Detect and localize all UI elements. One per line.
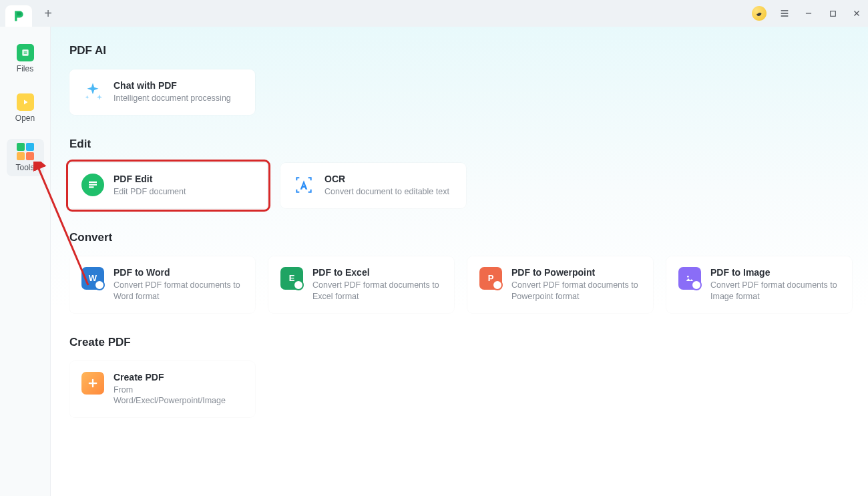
card-subtitle: Convert PDF format documents to Excel fo… [312,280,442,302]
card-text: PDF to Word Convert PDF format documents… [114,267,243,302]
sidebar-item-tools[interactable]: Tools [7,139,44,176]
titlebar: + [0,0,868,27]
card-title: PDF Edit [114,174,186,184]
menu-button[interactable] [779,7,791,19]
card-text: PDF Edit Edit PDF document [114,174,186,198]
sidebar: Files Open Tools [0,27,51,496]
card-subtitle: Convert PDF format documents to Powerpoi… [511,280,641,302]
card-text: PDF to Powerpoint Convert PDF format doc… [511,267,641,302]
card-text: OCR Convert document to editable text [324,174,449,198]
card-text: PDF to Excel Convert PDF format document… [312,267,442,302]
bird-icon [755,9,763,17]
section-heading-create-pdf: Create PDF [69,336,868,349]
svg-point-2 [687,276,689,278]
sparkle-icon [81,80,104,103]
card-create-pdf[interactable]: Create PDF From Word/Execl/Powerpoint/Im… [69,361,255,418]
card-title: OCR [324,174,449,184]
card-title: PDF to Powerpoint [511,267,641,278]
minimize-button[interactable] [803,7,815,19]
card-title: PDF to Excel [312,267,442,278]
sidebar-item-open[interactable]: Open [7,89,44,127]
card-pdf-to-word[interactable]: W PDF to Word Convert PDF format documen… [69,256,255,313]
svg-rect-1 [22,49,28,55]
sidebar-item-label: Open [15,113,35,123]
word-icon: W [81,267,104,290]
card-text: Create PDF From Word/Execl/Powerpoint/Im… [114,372,243,407]
ocr-icon [292,174,315,196]
card-subtitle: Convert document to editable text [324,186,449,198]
card-row-pdf-ai: Chat with PDF Intelligent document proce… [69,69,868,115]
card-row-edit: PDF Edit Edit PDF document OCR Convert d… [69,163,868,208]
card-pdf-to-image[interactable]: PDF to Image Convert PDF format document… [666,256,852,313]
card-subtitle: Convert PDF format documents to Word for… [114,280,243,302]
tab-strip: + [5,0,56,27]
card-ocr[interactable]: OCR Convert document to editable text [280,163,466,208]
card-pdf-edit[interactable]: PDF Edit Edit PDF document [69,163,267,208]
card-subtitle: Edit PDF document [114,186,186,198]
card-title: Create PDF [114,372,243,383]
window-controls [752,6,863,21]
pdf-edit-icon [81,174,104,196]
sidebar-item-label: Tools [15,163,34,172]
card-row-convert: W PDF to Word Convert PDF format documen… [69,256,868,313]
open-icon [17,93,34,111]
plus-icon: + [44,6,52,21]
excel-icon: E [280,267,303,290]
card-title: PDF to Word [114,267,243,278]
minimize-icon [804,9,813,18]
new-tab-button[interactable]: + [40,5,56,21]
create-pdf-icon [81,372,104,395]
content-area: PDF AI Chat with PDF Intelligent documen… [51,27,868,496]
card-text: PDF to Image Convert PDF format document… [710,267,840,302]
hamburger-icon [779,8,790,19]
card-row-create-pdf: Create PDF From Word/Execl/Powerpoint/Im… [69,361,868,418]
card-pdf-to-excel[interactable]: E PDF to Excel Convert PDF format docume… [268,256,454,313]
maximize-button[interactable] [827,7,839,19]
image-icon [678,267,701,290]
profile-badge[interactable] [752,6,767,21]
close-icon [852,9,861,18]
sidebar-item-label: Files [17,64,33,73]
card-title: Chat with PDF [114,80,231,91]
app-tab-home[interactable] [5,5,32,27]
card-chat-with-pdf[interactable]: Chat with PDF Intelligent document proce… [69,69,255,115]
tools-icon [17,143,34,160]
card-text: Chat with PDF Intelligent document proce… [114,80,231,104]
main-area: Files Open Tools PDF AI [0,27,868,496]
card-pdf-to-powerpoint[interactable]: P PDF to Powerpoint Convert PDF format d… [467,256,653,313]
svg-rect-0 [830,11,835,16]
close-button[interactable] [851,7,863,19]
card-title: PDF to Image [710,267,840,278]
card-subtitle: Intelligent document processing [114,93,231,104]
files-icon [17,44,34,61]
section-heading-convert: Convert [69,231,868,244]
powerpoint-icon: P [479,267,502,290]
sidebar-item-files[interactable]: Files [7,40,44,77]
app-logo-icon [12,9,25,23]
section-heading-pdf-ai: PDF AI [69,44,868,57]
card-subtitle: Convert PDF format documents to Image fo… [710,280,840,302]
card-subtitle: From Word/Execl/Powerpoint/Image [114,385,243,407]
maximize-icon [829,9,837,18]
section-heading-edit: Edit [69,138,868,151]
